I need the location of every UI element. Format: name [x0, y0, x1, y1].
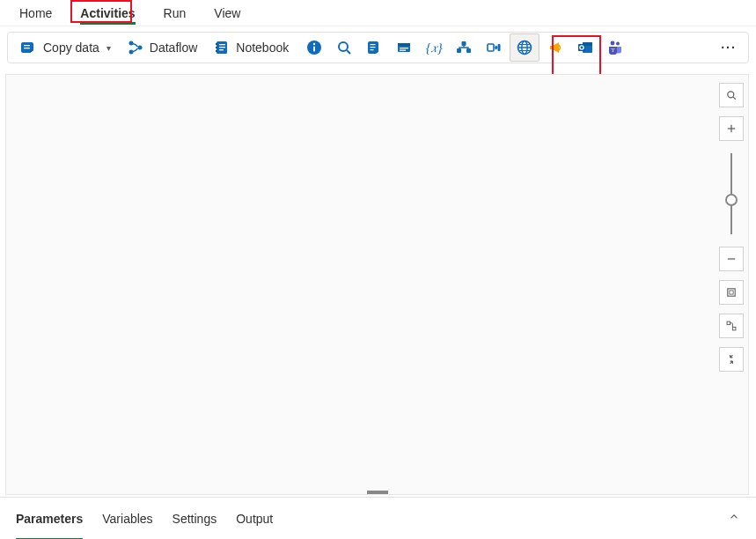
svg-rect-13	[313, 47, 315, 52]
canvas-search-button[interactable]	[719, 83, 744, 107]
svg-point-37	[611, 41, 615, 46]
dataflow-label: Dataflow	[150, 41, 197, 55]
copy-data-icon	[20, 39, 38, 56]
globe-icon	[516, 39, 533, 56]
announcement-button[interactable]	[541, 33, 569, 62]
bottom-tab-parameters[interactable]: Parameters	[16, 506, 83, 531]
megaphone-icon	[547, 39, 564, 56]
info-button[interactable]	[300, 33, 328, 62]
top-tab-run[interactable]: Run	[150, 3, 201, 24]
functions-icon	[455, 39, 473, 56]
copy-data-button[interactable]: Copy data ▾	[13, 33, 118, 62]
svg-rect-6	[219, 44, 225, 45]
top-tab-home[interactable]: Home	[5, 3, 66, 24]
svg-rect-18	[371, 47, 376, 48]
stored-procedure-button[interactable]	[390, 33, 418, 62]
chevron-down-icon: ▾	[106, 43, 111, 53]
svg-point-4	[137, 46, 142, 50]
svg-rect-28	[498, 44, 501, 51]
svg-point-15	[339, 42, 348, 51]
copy-data-label: Copy data	[43, 41, 99, 55]
svg-rect-0	[24, 45, 30, 46]
svg-line-40	[733, 97, 736, 100]
invoke-pipeline-icon	[485, 39, 503, 56]
outlook-button[interactable]	[571, 33, 599, 62]
active-tab-underline	[80, 22, 135, 25]
svg-line-16	[347, 50, 350, 54]
top-tab-activities[interactable]: Activities	[66, 3, 149, 24]
svg-point-2	[128, 41, 133, 46]
svg-rect-23	[400, 50, 406, 51]
pipeline-canvas[interactable]	[5, 74, 749, 495]
svg-rect-19	[371, 49, 374, 50]
notebook-icon	[213, 39, 231, 56]
svg-point-39	[728, 92, 734, 98]
svg-rect-45	[730, 291, 733, 294]
dataflow-button[interactable]: Dataflow	[120, 33, 204, 62]
teams-button[interactable]: T	[601, 33, 629, 62]
bottom-tab-output[interactable]: Output	[236, 506, 273, 531]
notebook-button[interactable]: Notebook	[206, 33, 296, 62]
svg-rect-24	[457, 48, 461, 53]
lookup-button[interactable]	[330, 33, 358, 62]
bottom-tab-variables[interactable]: Variables	[102, 506, 152, 531]
canvas-side-controls	[719, 83, 744, 372]
svg-rect-46	[727, 321, 730, 325]
svg-rect-26	[462, 41, 466, 46]
functions-button[interactable]	[450, 33, 478, 62]
svg-rect-21	[398, 43, 410, 46]
zoom-slider[interactable]	[730, 153, 732, 234]
zoom-out-button[interactable]	[719, 247, 744, 271]
svg-rect-7	[219, 47, 225, 48]
svg-point-3	[128, 50, 133, 55]
svg-rect-27	[488, 44, 494, 51]
svg-rect-44	[728, 289, 735, 296]
invoke-pipeline-button[interactable]	[480, 33, 508, 62]
auto-align-button[interactable]	[719, 314, 744, 338]
svg-text:T: T	[611, 47, 615, 54]
svg-rect-1	[24, 48, 30, 48]
bottom-tabs: Parameters Variables Settings Output	[16, 506, 273, 531]
info-icon	[305, 39, 323, 56]
svg-rect-8	[219, 49, 224, 50]
svg-rect-47	[732, 327, 736, 330]
svg-rect-11	[216, 50, 217, 52]
zoom-in-button[interactable]	[719, 116, 744, 141]
expand-panel-button[interactable]	[728, 511, 740, 526]
teams-icon: T	[606, 39, 624, 56]
bottom-panel: Parameters Variables Settings Output	[0, 497, 756, 539]
notebook-label: Notebook	[236, 41, 289, 55]
top-tab-view[interactable]: View	[200, 3, 254, 24]
collapse-canvas-button[interactable]	[719, 347, 744, 372]
dataflow-icon	[127, 39, 144, 56]
zoom-slider-thumb[interactable]	[725, 194, 738, 206]
svg-rect-25	[466, 48, 471, 53]
top-tab-activities-label: Activities	[80, 6, 135, 20]
web-activity-button[interactable]	[510, 33, 539, 62]
stored-procedure-icon	[395, 39, 413, 56]
activities-toolbar: Copy data ▾ Dataflow Notebook	[7, 32, 749, 63]
script-button[interactable]	[360, 33, 388, 62]
svg-rect-22	[400, 48, 408, 48]
bottom-tab-settings[interactable]: Settings	[172, 506, 217, 531]
outlook-icon	[576, 39, 594, 56]
search-icon	[335, 39, 353, 56]
ellipsis-icon: ···	[721, 41, 737, 55]
more-activities-button[interactable]: ···	[715, 33, 743, 62]
canvas-resize-handle[interactable]	[367, 491, 388, 494]
fit-to-screen-button[interactable]	[719, 280, 744, 305]
svg-rect-17	[371, 44, 376, 45]
top-tabs: Home Activities Run View	[0, 0, 756, 26]
set-variable-button[interactable]: {𝑥}	[420, 33, 448, 62]
script-icon	[365, 39, 383, 56]
variable-icon: {𝑥}	[425, 39, 443, 56]
svg-rect-9	[216, 43, 217, 45]
svg-point-14	[313, 43, 315, 45]
svg-point-36	[616, 42, 620, 46]
svg-rect-10	[216, 47, 217, 48]
